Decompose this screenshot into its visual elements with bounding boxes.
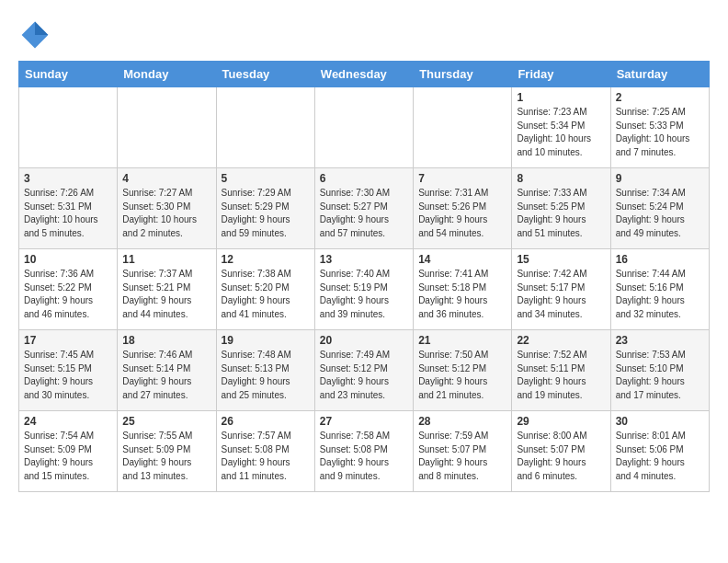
calendar-cell: 13Sunrise: 7:40 AM Sunset: 5:19 PM Dayli…	[314, 249, 413, 330]
calendar-week-5: 24Sunrise: 7:54 AM Sunset: 5:09 PM Dayli…	[19, 411, 710, 492]
day-number: 28	[418, 415, 506, 428]
day-info: Sunrise: 7:53 AM Sunset: 5:10 PM Dayligh…	[616, 349, 704, 402]
svg-marker-1	[35, 22, 48, 35]
day-number: 14	[418, 253, 506, 266]
day-info: Sunrise: 7:29 AM Sunset: 5:29 PM Dayligh…	[222, 187, 310, 240]
weekday-header-row: SundayMondayTuesdayWednesdayThursdayFrid…	[19, 62, 710, 87]
day-number: 13	[320, 253, 408, 266]
day-info: Sunrise: 7:27 AM Sunset: 5:30 PM Dayligh…	[122, 187, 210, 240]
day-info: Sunrise: 7:49 AM Sunset: 5:12 PM Dayligh…	[320, 349, 408, 402]
calendar-cell: 23Sunrise: 7:53 AM Sunset: 5:10 PM Dayli…	[610, 330, 709, 411]
day-number: 26	[222, 415, 310, 428]
day-info: Sunrise: 7:54 AM Sunset: 5:09 PM Dayligh…	[24, 430, 112, 483]
day-info: Sunrise: 7:40 AM Sunset: 5:19 PM Dayligh…	[320, 268, 408, 321]
day-info: Sunrise: 7:50 AM Sunset: 5:12 PM Dayligh…	[418, 349, 506, 402]
day-info: Sunrise: 7:36 AM Sunset: 5:22 PM Dayligh…	[24, 268, 112, 321]
day-number: 10	[24, 253, 112, 266]
weekday-header-saturday: Saturday	[610, 62, 709, 87]
calendar-cell: 5Sunrise: 7:29 AM Sunset: 5:29 PM Daylig…	[216, 168, 314, 249]
weekday-header-monday: Monday	[118, 62, 216, 87]
day-info: Sunrise: 7:48 AM Sunset: 5:13 PM Dayligh…	[222, 349, 310, 402]
calendar-cell: 7Sunrise: 7:31 AM Sunset: 5:26 PM Daylig…	[414, 168, 512, 249]
day-info: Sunrise: 7:59 AM Sunset: 5:07 PM Dayligh…	[418, 430, 506, 483]
day-info: Sunrise: 7:34 AM Sunset: 5:24 PM Dayligh…	[616, 187, 704, 240]
calendar-cell: 9Sunrise: 7:34 AM Sunset: 5:24 PM Daylig…	[610, 168, 709, 249]
day-info: Sunrise: 7:58 AM Sunset: 5:08 PM Dayligh…	[320, 430, 408, 483]
day-number: 5	[222, 172, 310, 185]
calendar-body: 1Sunrise: 7:23 AM Sunset: 5:34 PM Daylig…	[19, 87, 710, 492]
calendar-cell: 3Sunrise: 7:26 AM Sunset: 5:31 PM Daylig…	[19, 168, 118, 249]
calendar-cell: 14Sunrise: 7:41 AM Sunset: 5:18 PM Dayli…	[414, 249, 512, 330]
day-number: 9	[616, 172, 704, 185]
calendar-cell: 26Sunrise: 7:57 AM Sunset: 5:08 PM Dayli…	[216, 411, 314, 492]
weekday-header-wednesday: Wednesday	[314, 62, 413, 87]
day-info: Sunrise: 8:00 AM Sunset: 5:07 PM Dayligh…	[517, 430, 605, 483]
day-number: 1	[517, 91, 605, 104]
day-info: Sunrise: 7:55 AM Sunset: 5:09 PM Dayligh…	[122, 430, 210, 483]
day-info: Sunrise: 7:45 AM Sunset: 5:15 PM Dayligh…	[24, 349, 112, 402]
day-number: 17	[24, 334, 112, 347]
day-info: Sunrise: 8:01 AM Sunset: 5:06 PM Dayligh…	[616, 430, 704, 483]
day-info: Sunrise: 7:37 AM Sunset: 5:21 PM Dayligh…	[122, 268, 210, 321]
calendar-header: SundayMondayTuesdayWednesdayThursdayFrid…	[19, 62, 710, 87]
day-info: Sunrise: 7:52 AM Sunset: 5:11 PM Dayligh…	[517, 349, 605, 402]
day-info: Sunrise: 7:38 AM Sunset: 5:20 PM Dayligh…	[222, 268, 310, 321]
day-number: 30	[616, 415, 704, 428]
day-number: 22	[517, 334, 605, 347]
calendar-cell: 19Sunrise: 7:48 AM Sunset: 5:13 PM Dayli…	[216, 330, 314, 411]
day-number: 8	[517, 172, 605, 185]
day-number: 15	[517, 253, 605, 266]
calendar-cell: 4Sunrise: 7:27 AM Sunset: 5:30 PM Daylig…	[118, 168, 216, 249]
day-number: 6	[320, 172, 408, 185]
weekday-header-sunday: Sunday	[19, 62, 118, 87]
day-info: Sunrise: 7:25 AM Sunset: 5:33 PM Dayligh…	[616, 106, 704, 159]
logo-icon	[18, 18, 51, 52]
calendar-cell: 29Sunrise: 8:00 AM Sunset: 5:07 PM Dayli…	[512, 411, 610, 492]
calendar-cell: 17Sunrise: 7:45 AM Sunset: 5:15 PM Dayli…	[19, 330, 118, 411]
calendar-cell: 2Sunrise: 7:25 AM Sunset: 5:33 PM Daylig…	[610, 87, 709, 168]
day-number: 29	[517, 415, 605, 428]
day-number: 3	[24, 172, 112, 185]
calendar-cell	[118, 87, 216, 168]
day-number: 27	[320, 415, 408, 428]
calendar-week-3: 10Sunrise: 7:36 AM Sunset: 5:22 PM Dayli…	[19, 249, 710, 330]
day-number: 25	[122, 415, 210, 428]
calendar-cell: 25Sunrise: 7:55 AM Sunset: 5:09 PM Dayli…	[118, 411, 216, 492]
calendar-cell: 6Sunrise: 7:30 AM Sunset: 5:27 PM Daylig…	[314, 168, 413, 249]
calendar-cell	[314, 87, 413, 168]
day-number: 19	[222, 334, 310, 347]
calendar-table: SundayMondayTuesdayWednesdayThursdayFrid…	[18, 61, 710, 492]
calendar-week-2: 3Sunrise: 7:26 AM Sunset: 5:31 PM Daylig…	[19, 168, 710, 249]
calendar-cell: 20Sunrise: 7:49 AM Sunset: 5:12 PM Dayli…	[314, 330, 413, 411]
day-number: 23	[616, 334, 704, 347]
calendar-cell: 22Sunrise: 7:52 AM Sunset: 5:11 PM Dayli…	[512, 330, 610, 411]
calendar-cell: 27Sunrise: 7:58 AM Sunset: 5:08 PM Dayli…	[314, 411, 413, 492]
day-number: 16	[616, 253, 704, 266]
day-info: Sunrise: 7:46 AM Sunset: 5:14 PM Dayligh…	[122, 349, 210, 402]
calendar-cell: 12Sunrise: 7:38 AM Sunset: 5:20 PM Dayli…	[216, 249, 314, 330]
day-number: 11	[122, 253, 210, 266]
calendar-cell	[414, 87, 512, 168]
day-number: 2	[616, 91, 704, 104]
day-number: 20	[320, 334, 408, 347]
day-info: Sunrise: 7:31 AM Sunset: 5:26 PM Dayligh…	[418, 187, 506, 240]
day-number: 18	[122, 334, 210, 347]
day-number: 12	[222, 253, 310, 266]
calendar-cell: 28Sunrise: 7:59 AM Sunset: 5:07 PM Dayli…	[414, 411, 512, 492]
day-info: Sunrise: 7:41 AM Sunset: 5:18 PM Dayligh…	[418, 268, 506, 321]
calendar-cell: 8Sunrise: 7:33 AM Sunset: 5:25 PM Daylig…	[512, 168, 610, 249]
calendar-week-1: 1Sunrise: 7:23 AM Sunset: 5:34 PM Daylig…	[19, 87, 710, 168]
calendar-cell: 15Sunrise: 7:42 AM Sunset: 5:17 PM Dayli…	[512, 249, 610, 330]
day-number: 4	[122, 172, 210, 185]
calendar-cell	[19, 87, 118, 168]
calendar-cell: 10Sunrise: 7:36 AM Sunset: 5:22 PM Dayli…	[19, 249, 118, 330]
logo	[18, 18, 57, 52]
weekday-header-tuesday: Tuesday	[216, 62, 314, 87]
day-info: Sunrise: 7:23 AM Sunset: 5:34 PM Dayligh…	[517, 106, 605, 159]
day-number: 7	[418, 172, 506, 185]
page-header	[18, 18, 710, 52]
calendar-cell: 16Sunrise: 7:44 AM Sunset: 5:16 PM Dayli…	[610, 249, 709, 330]
calendar-cell: 30Sunrise: 8:01 AM Sunset: 5:06 PM Dayli…	[610, 411, 709, 492]
day-number: 24	[24, 415, 112, 428]
calendar-cell: 11Sunrise: 7:37 AM Sunset: 5:21 PM Dayli…	[118, 249, 216, 330]
